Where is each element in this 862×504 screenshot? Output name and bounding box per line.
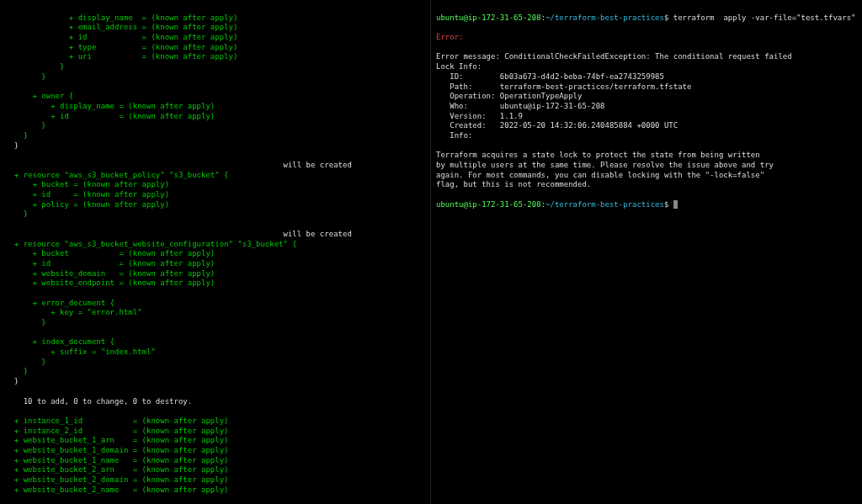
brace: }	[5, 141, 19, 150]
plan-close: }	[5, 377, 19, 385]
prompt-user-2: ubuntu@ip-172-31-65-208	[436, 200, 541, 209]
will-be-created-2: will be created	[5, 230, 352, 238]
prompt-user: ubuntu@ip-172-31-65-208	[436, 13, 541, 22]
prompt-path: ~/terraform-best-practices	[545, 13, 664, 22]
output-changes: + instance_1_id = (known after apply) + …	[5, 416, 229, 494]
lock-info-label: Lock Info:	[436, 62, 482, 71]
right-terminal[interactable]: ubuntu@ip-172-31-65-208:~/terraform-best…	[431, 0, 862, 504]
lock-info-lines: ID: 6b03a673-d4d2-beba-74bf-ea2743259985…	[436, 72, 691, 140]
prompt-path-2: ~/terraform-best-practices	[545, 200, 664, 209]
resource-s3-website-body: + bucket = (known after apply) + id = (k…	[5, 249, 215, 375]
error-label: Error:	[436, 33, 464, 41]
prompt-dollar: $	[664, 200, 673, 209]
cursor-icon	[673, 200, 678, 209]
left-terminal[interactable]: + display_name = (known after apply) + e…	[0, 0, 431, 504]
lock-explanation: Terraform acquires a state lock to prote…	[436, 151, 774, 188]
resource-s3-policy-body: + bucket = (known after apply) + id = (k…	[5, 180, 169, 218]
prompt-cmd: $ terraform apply -var-file="test.tfvars…	[664, 13, 856, 22]
plan-owner-block: + display_name = (known after apply) + e…	[5, 13, 237, 140]
will-be-created-1: will be created	[5, 161, 352, 169]
error-message: Error message: ConditionalCheckFailedExc…	[436, 52, 792, 61]
resource-s3-policy-head: + resource "aws_s3_bucket_policy" "s3_bu…	[5, 171, 229, 179]
terminal-split: + display_name = (known after apply) + e…	[0, 0, 862, 504]
resource-s3-website-head: + resource "aws_s3_bucket_website_config…	[5, 240, 297, 248]
plan-summary: 10 to add, 0 to change, 0 to destroy.	[5, 397, 192, 406]
